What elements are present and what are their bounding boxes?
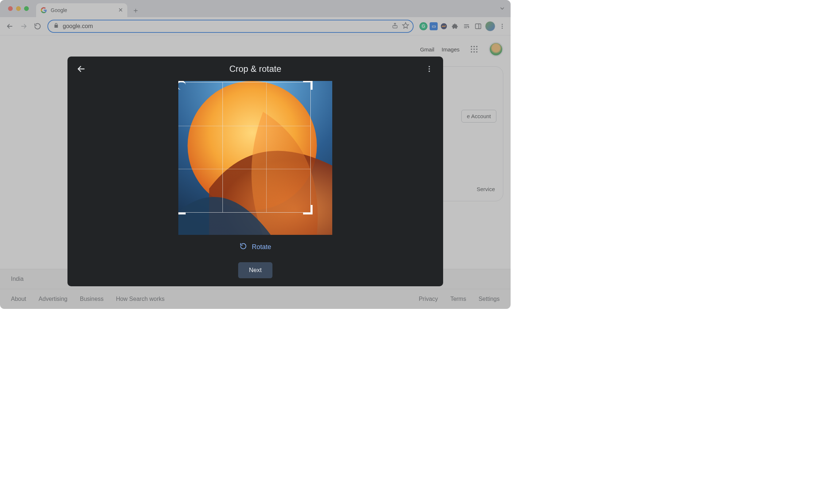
dialog-more-icon[interactable] <box>422 62 437 76</box>
rotate-icon <box>239 242 247 252</box>
dialog-title: Crop & rotate <box>67 64 443 74</box>
rotate-label: Rotate <box>252 243 271 251</box>
crop-grid <box>178 82 311 213</box>
svg-point-24 <box>429 68 430 70</box>
crop-handle-bl[interactable] <box>178 205 186 214</box>
next-button[interactable]: Next <box>238 262 273 278</box>
svg-point-25 <box>429 70 430 72</box>
dialog-actions: Rotate Next <box>67 235 443 286</box>
crop-handle-tr[interactable] <box>303 81 313 90</box>
crop-rotate-dialog: Crop & rotate <box>67 57 443 286</box>
svg-point-23 <box>429 66 430 67</box>
crop-stage <box>67 81 443 235</box>
dialog-back-button[interactable] <box>74 62 89 76</box>
crop-handle-br[interactable] <box>303 205 313 214</box>
crop-selection[interactable] <box>178 81 312 214</box>
image-preview <box>178 81 332 235</box>
dialog-header: Crop & rotate <box>67 57 443 81</box>
rotate-button[interactable]: Rotate <box>235 240 275 254</box>
